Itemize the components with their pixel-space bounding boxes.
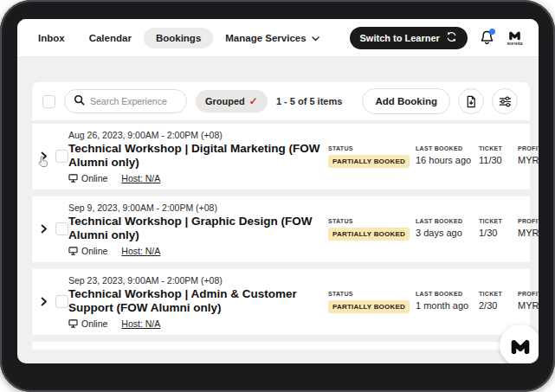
booking-date: Sep 30, 2023, 9:00AM - 2:00PM (+08) [68, 348, 328, 350]
nav-item-label: Manage Services [225, 33, 306, 43]
ticket-value: 2/30 [479, 300, 507, 311]
select-all-checkbox[interactable] [42, 95, 55, 108]
bookings-toolbar: Grouped ✓ 1 - 5 of 5 items Add Booking [32, 82, 530, 120]
add-booking-button[interactable]: Add Booking [362, 88, 450, 114]
mereka-logo[interactable]: mereka [507, 29, 523, 46]
row-controls [39, 150, 68, 163]
filter-settings-button[interactable] [492, 88, 518, 114]
booking-title[interactable]: Technical Workshop | Admin & Customer Su… [68, 287, 328, 316]
host-link[interactable]: Host: N/A [121, 173, 160, 183]
profit-header: PROFIT [518, 291, 539, 297]
status-header: STATUS [328, 145, 404, 151]
last-booked-header: LAST BOOKED [416, 291, 468, 297]
nav-item-calendar[interactable]: Calendar [77, 28, 144, 48]
row-checkbox[interactable] [55, 222, 68, 235]
expand-row-button[interactable] [39, 295, 49, 308]
booking-title[interactable]: Technical Workshop | Digital Marketing (… [68, 142, 328, 170]
top-navigation: Inbox Calendar Bookings Manage Services … [17, 19, 539, 57]
booking-row: Sep 9, 2023, 9:00AM - 2:00PM (+08) Techn… [32, 196, 530, 262]
booking-meta: Online Host: N/A [68, 246, 328, 256]
profit-value: MYR 0.00 [518, 155, 539, 165]
ticket-header: TICKET [479, 291, 507, 297]
nav-item-manage-services[interactable]: Manage Services [213, 28, 331, 48]
booking-columns: STATUSPARTIALLY BOOKED LAST BOOKED1 mont… [328, 291, 539, 313]
mode-label: Online [81, 173, 107, 183]
bookings-content: Grouped ✓ 1 - 5 of 5 items Add Booking [17, 57, 539, 350]
profit-header: PROFIT [518, 145, 539, 151]
swap-refresh-icon [446, 31, 457, 44]
booking-columns: STATUSPARTIALLY BOOKED LAST BOOKED16 hou… [328, 145, 539, 168]
mereka-logo-text: mereka [507, 42, 523, 46]
expand-row-button[interactable] [39, 150, 49, 163]
nav-item-bookings[interactable]: Bookings [144, 28, 213, 48]
booking-columns: STATUSPARTIALLY BOOKED LAST BOOKED3 days… [328, 218, 539, 241]
booking-title[interactable]: Technical Workshop | Graphic Design (FOW… [68, 215, 328, 243]
document-export-icon [465, 95, 477, 108]
mode-online: Online [68, 246, 107, 256]
filter-sliders-icon [499, 96, 512, 107]
last-booked-value: 1 month ago [416, 300, 468, 311]
profit-value: MYR 0.00 [518, 300, 539, 311]
booking-row: Sep 30, 2023, 9:00AM - 2:00PM (+08) Tech… [32, 342, 530, 350]
host-link[interactable]: Host: N/A [121, 318, 160, 329]
switch-to-learner-label: Switch to Learner [360, 33, 440, 43]
items-count-text: 1 - 5 of 5 items [276, 96, 342, 106]
ticket-header: TICKET [479, 218, 507, 224]
booking-date: Sep 23, 2023, 9:00AM - 2:00PM (+08) [68, 275, 328, 286]
row-checkbox[interactable] [55, 295, 68, 308]
booking-date: Sep 9, 2023, 9:00AM - 2:00PM (+08) [68, 202, 328, 213]
mode-label: Online [81, 318, 107, 329]
mode-online: Online [68, 318, 107, 329]
notification-bell-button[interactable] [480, 29, 495, 47]
profit-value: MYR 0.00 [518, 228, 539, 238]
row-checkbox[interactable] [55, 150, 68, 163]
last-booked-value: 16 hours ago [416, 155, 468, 165]
booking-row: Aug 26, 2023, 9:00AM - 2:00PM (+08) Tech… [32, 124, 530, 190]
status-header: STATUS [328, 291, 404, 297]
expand-row-button[interactable] [39, 222, 49, 235]
search-experience-field[interactable] [64, 89, 187, 113]
search-input[interactable] [90, 96, 177, 106]
mode-label: Online [81, 246, 107, 256]
booking-info: Sep 9, 2023, 9:00AM - 2:00PM (+08) Techn… [68, 202, 328, 256]
mereka-floating-widget-button[interactable] [500, 325, 539, 363]
mode-online: Online [68, 173, 107, 183]
ticket-header: TICKET [479, 145, 507, 151]
status-badge: PARTIALLY BOOKED [328, 155, 410, 168]
notification-dot [489, 29, 495, 35]
monitor-icon [68, 174, 78, 183]
booking-meta: Online Host: N/A [68, 173, 328, 183]
row-controls [39, 222, 68, 235]
ticket-value: 1/30 [479, 228, 507, 238]
chevron-down-icon [312, 33, 319, 43]
monitor-icon [68, 247, 78, 255]
toolbar-right-group: Add Booking [362, 88, 518, 114]
status-header: STATUS [328, 218, 404, 224]
last-booked-value: 3 days ago [416, 228, 468, 238]
booking-meta: Online Host: N/A [68, 318, 328, 329]
nav-right-group: Switch to Learner [350, 27, 523, 49]
booking-info: Sep 30, 2023, 9:00AM - 2:00PM (+08) Tech… [68, 348, 328, 350]
export-report-button[interactable] [458, 88, 484, 114]
booking-info: Sep 23, 2023, 9:00AM - 2:00PM (+08) Tech… [68, 275, 328, 329]
mereka-m-icon [508, 29, 521, 41]
host-link[interactable]: Host: N/A [121, 246, 160, 256]
monitor-icon [68, 319, 78, 328]
red-check-icon: ✓ [249, 95, 258, 107]
last-booked-header: LAST BOOKED [416, 145, 468, 151]
nav-item-inbox[interactable]: Inbox [26, 28, 77, 48]
grouped-chip-label: Grouped [205, 96, 245, 106]
screenshot-stage: Inbox Calendar Bookings Manage Services … [0, 0, 555, 392]
switch-to-learner-button[interactable]: Switch to Learner [350, 27, 468, 49]
grouped-filter-chip[interactable]: Grouped ✓ [196, 90, 268, 112]
last-booked-header: LAST BOOKED [416, 218, 468, 224]
row-controls [39, 295, 68, 308]
mereka-m-icon [510, 337, 531, 355]
status-badge: PARTIALLY BOOKED [328, 300, 410, 313]
app-screen: Inbox Calendar Bookings Manage Services … [17, 19, 539, 363]
booking-date: Aug 26, 2023, 9:00AM - 2:00PM (+08) [68, 130, 328, 140]
search-icon [74, 93, 85, 109]
booking-info: Aug 26, 2023, 9:00AM - 2:00PM (+08) Tech… [68, 130, 328, 183]
bookings-list: Aug 26, 2023, 9:00AM - 2:00PM (+08) Tech… [32, 124, 530, 350]
status-badge: PARTIALLY BOOKED [328, 228, 410, 241]
